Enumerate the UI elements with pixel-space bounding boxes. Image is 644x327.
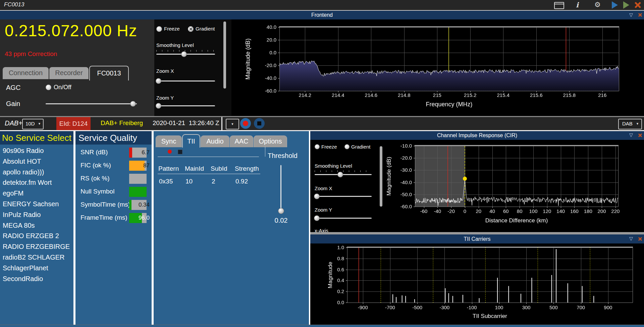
- service-list-item[interactable]: 90s90s Radio: [3, 147, 71, 155]
- record-indicator-icon: [168, 150, 172, 154]
- dab-bar: [0, 117, 644, 130]
- tii-panel-header: TII Carriers: [310, 234, 644, 243]
- service-list-item[interactable]: RADIO ERZGEB 2: [3, 232, 71, 240]
- frontend-controls-scrollbar[interactable]: [223, 21, 226, 89]
- chevron-down-icon: ▼: [231, 122, 234, 126]
- zoom-y-slider-thumb[interactable]: [156, 103, 161, 109]
- cir-gradient-label: Gradient: [351, 144, 371, 150]
- cir-zoom-x-slider-thumb[interactable]: [314, 194, 320, 199]
- cir-zoom-y-slider-thumb[interactable]: [314, 215, 320, 221]
- tab-aac[interactable]: AAC: [230, 135, 253, 147]
- smoothing-slider-thumb[interactable]: [181, 51, 187, 57]
- stop-button[interactable]: [254, 118, 265, 129]
- service-list-item[interactable]: egoFM: [3, 189, 71, 197]
- tab-options[interactable]: Options: [254, 135, 287, 147]
- record-icon: [243, 121, 248, 126]
- frontend-collapse-icon[interactable]: ▽: [629, 12, 633, 17]
- smoothing-slider[interactable]: [156, 54, 215, 55]
- frontend-panel-title: Frontend: [311, 12, 333, 18]
- run-icon[interactable]: [623, 1, 629, 9]
- tab-fc0013[interactable]: FC0013: [89, 66, 129, 80]
- cir-smoothing-slider[interactable]: [315, 174, 372, 175]
- service-list-item[interactable]: ENERGY Sachsen: [3, 200, 71, 208]
- cir-zoom-y-slider[interactable]: [315, 218, 372, 219]
- freeze-radio[interactable]: [156, 26, 162, 32]
- cir-zoom-x-slider[interactable]: [315, 196, 372, 197]
- tii-carriers-plot[interactable]: [310, 243, 644, 325]
- stop-indicator-icon: [178, 150, 182, 154]
- cir-close-icon[interactable]: [638, 133, 642, 138]
- tii-table-header-underline: [158, 174, 260, 174]
- threshold-slider-thumb[interactable]: [278, 208, 284, 214]
- freeze-label: Freeze: [164, 26, 180, 32]
- chevron-down-icon: ▼: [636, 122, 639, 125]
- info-icon[interactable]: i: [576, 1, 579, 9]
- tii-col-subid: SubId: [211, 165, 227, 172]
- decoder-panel: [154, 131, 309, 325]
- frontend-panel-header: Frontend: [0, 11, 644, 19]
- title-bar: [0, 0, 644, 10]
- tii-collapse-icon[interactable]: ▽: [629, 236, 633, 241]
- tii-panel-title: TII Carriers: [464, 236, 491, 242]
- threshold-divider: [265, 147, 265, 157]
- gradient-label: Gradient: [196, 26, 215, 32]
- zoom-x-slider-thumb[interactable]: [156, 78, 161, 84]
- service-list-item[interactable]: SchlagerPlanet: [3, 264, 71, 272]
- cir-smoothing-ticks: [315, 170, 372, 172]
- cir-freeze-label: Freeze: [321, 144, 337, 150]
- record-button[interactable]: [240, 118, 251, 129]
- frontend-spectrum-plot[interactable]: [231, 19, 644, 116]
- zoom-y-label: Zoom Y: [156, 95, 174, 101]
- zoom-y-slider[interactable]: [156, 105, 215, 106]
- tii-cell-subid: 2: [212, 178, 215, 185]
- tii-close-icon[interactable]: [638, 237, 642, 241]
- gear-icon[interactable]: ⚙: [594, 1, 601, 9]
- service-list-item[interactable]: SecondRadio: [3, 275, 71, 283]
- service-list-item[interactable]: MEGA 80s: [3, 222, 71, 229]
- service-list-item[interactable]: detektor.fm Wort: [3, 179, 71, 186]
- cir-panel-header: Channel Impulse Response (CIR): [310, 131, 644, 140]
- zoom-x-slider[interactable]: [156, 80, 215, 81]
- service-list-item[interactable]: InPulz Radio: [3, 211, 71, 219]
- cir-controls-scrollbar[interactable]: [380, 146, 382, 207]
- cir-collapse-icon[interactable]: ▽: [629, 132, 633, 138]
- bottom-strip: [0, 325, 644, 327]
- service-list: 90s90s RadioAbsolut HOTapollo radio)))de…: [0, 0, 73, 325]
- threshold-slider[interactable]: [280, 165, 281, 212]
- service-quality-title: Service Quality: [78, 133, 137, 143]
- tab-tii[interactable]: TII: [182, 134, 200, 148]
- zoom-x-label: Zoom X: [156, 68, 174, 74]
- tab-audio[interactable]: Audio: [201, 135, 229, 147]
- tii-cell-mainid: 10: [185, 178, 193, 185]
- close-icon[interactable]: [634, 1, 641, 9]
- tii-col-pattern: Pattern: [158, 165, 179, 172]
- threshold-label: Threshold: [268, 152, 298, 160]
- service-list-item[interactable]: RADIO ERZGEBIRGE: [3, 243, 71, 251]
- window-layout-icon[interactable]: [554, 2, 564, 9]
- cir-gradient-radio[interactable]: [344, 144, 350, 149]
- smoothing-label: Smoothing Level: [156, 42, 194, 48]
- band-dropdown[interactable]: DAB ▼: [618, 119, 642, 129]
- ensemble-name-label: DAB+ Freiberg: [101, 119, 143, 127]
- frontend-close-icon[interactable]: [638, 13, 642, 17]
- tii-cell-strength: 0.92: [235, 178, 248, 185]
- cir-smoothing-slider-thumb[interactable]: [337, 172, 343, 177]
- cir-freeze-radio[interactable]: [315, 144, 320, 149]
- gain-slider-thumb[interactable]: [130, 101, 136, 107]
- service-list-item[interactable]: apollo radio))): [3, 168, 71, 176]
- service-list-item[interactable]: radioB2 SCHLAGER: [3, 254, 71, 261]
- record-options-dropdown[interactable]: ▼: [226, 119, 239, 129]
- play-icon[interactable]: [612, 1, 618, 9]
- cir-panel-title: Channel Impulse Response (CIR): [437, 132, 517, 138]
- threshold-value: 0.02: [271, 217, 291, 224]
- service-list-item[interactable]: Absolut HOT: [3, 158, 71, 165]
- gradient-radio-checked[interactable]: [188, 26, 194, 32]
- window-layout-icon-bar: [555, 3, 564, 4]
- timestamp-label: 2020-01-21 13:26:40 Z: [153, 119, 219, 127]
- tii-col-strength: Strength: [235, 165, 259, 172]
- stop-icon: [257, 121, 261, 125]
- cir-zoom-y-label: Zoom Y: [315, 207, 332, 213]
- tii-cell-pattern: 0x35: [159, 178, 173, 185]
- cir-plot[interactable]: [384, 141, 644, 232]
- tab-sync[interactable]: Sync: [156, 135, 182, 147]
